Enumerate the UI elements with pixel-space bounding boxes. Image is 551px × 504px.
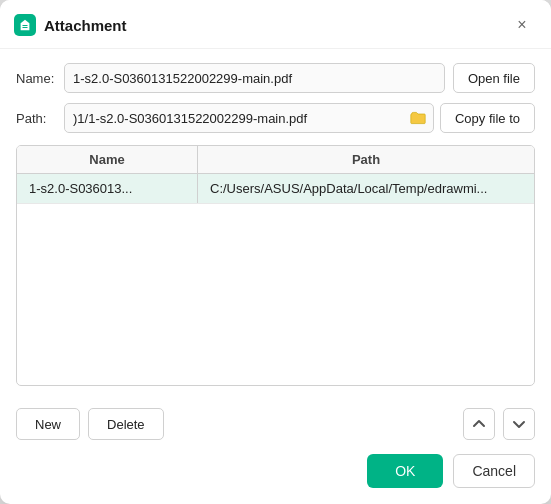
path-row: Path: Copy file to: [16, 103, 535, 133]
svg-rect-0: [22, 25, 27, 26]
copy-file-button[interactable]: Copy file to: [440, 103, 535, 133]
title-bar: Attachment ×: [0, 0, 551, 49]
svg-rect-1: [22, 27, 27, 28]
col-header-path: Path: [198, 146, 534, 173]
arrow-down-icon: [512, 417, 526, 431]
name-input[interactable]: [64, 63, 445, 93]
ok-button[interactable]: OK: [367, 454, 443, 488]
attachment-dialog: Attachment × Name: Open file Path: Copy …: [0, 0, 551, 504]
name-label: Name:: [16, 71, 58, 86]
col-header-name: Name: [17, 146, 198, 173]
app-logo-icon: [18, 18, 32, 32]
path-input[interactable]: [65, 106, 403, 131]
cancel-button[interactable]: Cancel: [453, 454, 535, 488]
footer-left: New Delete: [16, 408, 164, 440]
app-icon: [14, 14, 36, 36]
table-header: Name Path: [17, 146, 534, 174]
cell-path: C:/Users/ASUS/AppData/Local/Temp/edrawmi…: [198, 174, 534, 203]
open-file-button[interactable]: Open file: [453, 63, 535, 93]
dialog-footer: New Delete: [0, 398, 551, 454]
move-up-button[interactable]: [463, 408, 495, 440]
path-label: Path:: [16, 111, 58, 126]
path-input-wrapper: [64, 103, 434, 133]
folder-icon: [410, 111, 426, 125]
cell-name: 1-s2.0-S036013...: [17, 174, 198, 203]
table-body: 1-s2.0-S036013... C:/Users/ASUS/AppData/…: [17, 174, 534, 334]
dialog-title: Attachment: [44, 17, 509, 34]
name-row: Name: Open file: [16, 63, 535, 93]
delete-button[interactable]: Delete: [88, 408, 164, 440]
move-down-button[interactable]: [503, 408, 535, 440]
footer-right: [463, 408, 535, 440]
attachment-table: Name Path 1-s2.0-S036013... C:/Users/ASU…: [16, 145, 535, 386]
arrow-up-icon: [472, 417, 486, 431]
close-button[interactable]: ×: [509, 12, 535, 38]
dialog-actions: OK Cancel: [0, 454, 551, 504]
new-button[interactable]: New: [16, 408, 80, 440]
table-row[interactable]: 1-s2.0-S036013... C:/Users/ASUS/AppData/…: [17, 174, 534, 204]
dialog-body: Name: Open file Path: Copy file to Name: [0, 49, 551, 398]
folder-browse-button[interactable]: [403, 111, 433, 125]
